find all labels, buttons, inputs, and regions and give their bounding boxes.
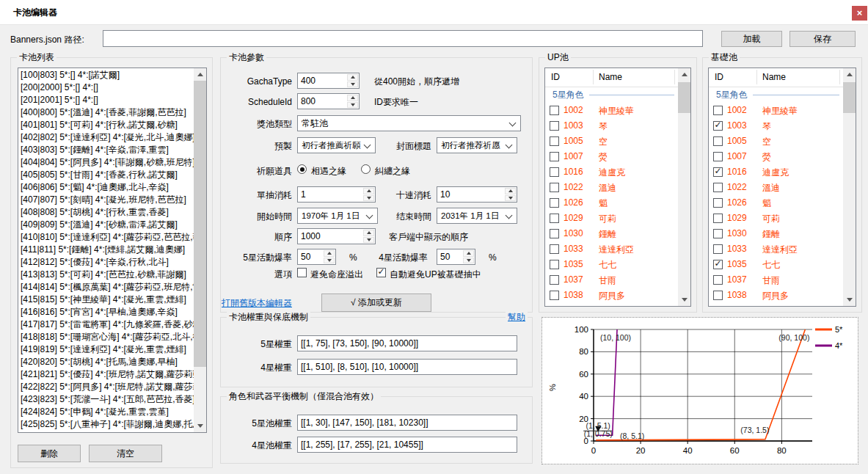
row-checkbox[interactable] xyxy=(550,152,559,161)
table-row[interactable]: 1037甘雨 xyxy=(545,272,678,288)
row-checkbox[interactable] xyxy=(713,121,723,131)
star5-rate-input[interactable]: 50 xyxy=(297,249,336,265)
list-item[interactable]: [409|809] 5*:[溫迪] 4*:[砂糖,雷澤,諾艾爾] xyxy=(18,219,194,231)
list-item[interactable]: [406|806] 5*:[魈] 4*:[迪奧娜,北斗,辛焱] xyxy=(18,181,194,194)
scroll-thumb[interactable] xyxy=(194,81,206,367)
table-row[interactable]: 1022溫迪 xyxy=(545,180,678,195)
list-item[interactable]: [425|825] 5*:[八重神子] 4*:[菲謝爾,迪奧娜,托馬] xyxy=(18,418,194,431)
pool-listbox[interactable]: [100|803] 5*:[] 4*:[諾艾爾][200|2000] 5*:[]… xyxy=(18,68,207,433)
row-checkbox[interactable] xyxy=(713,291,723,300)
list-item[interactable]: [403|803] 5*:[鍾離] 4*:[辛焱,雷澤,重雲] xyxy=(18,144,194,156)
add-update-button[interactable]: √ 添加或更新 xyxy=(321,293,431,312)
scroll-thumb[interactable] xyxy=(678,82,690,113)
spinner-icon[interactable] xyxy=(324,250,335,263)
list-item[interactable]: [420|820] 5*:[胡桃] 4*:[托馬,迪奧娜,早柚] xyxy=(18,356,194,368)
list-item[interactable]: [410|810] 5*:[達達利亞] 4*:[蘿莎莉亞,芭芭拉,菲謝爾] xyxy=(18,231,194,244)
star4-rate-input[interactable]: 50 xyxy=(437,249,475,265)
start-time-picker[interactable]: 1970年 1月 1日 xyxy=(297,208,378,224)
spinner-icon[interactable] xyxy=(347,95,358,108)
option-checkbox-1[interactable] xyxy=(376,268,386,277)
list-item[interactable]: [408|808] 5*:[胡桃] 4*:[行秋,重雲,香菱] xyxy=(18,206,194,219)
pool-type-select[interactable]: 常駐池 xyxy=(297,115,521,131)
list-item[interactable]: [405|805] 5*:[甘雨] 4*:[香菱,行秋,諾艾爾] xyxy=(18,169,194,181)
row-checkbox[interactable] xyxy=(550,229,559,238)
scroll-thumb[interactable] xyxy=(843,82,856,113)
schedule-id-input[interactable]: 800 xyxy=(297,93,360,109)
spinner-icon[interactable] xyxy=(505,188,516,201)
row-checkbox[interactable] xyxy=(713,183,723,192)
save-button[interactable]: 保存 xyxy=(789,31,856,47)
list-item[interactable]: [423|823] 5*:[荒瀧一斗] 4*:[五郎,芭芭拉,香菱] xyxy=(18,393,194,406)
close-icon[interactable]: × xyxy=(852,6,867,21)
list-item[interactable]: [419|819] 5*:[達達利亞] 4*:[凝光,重雲,煙緋] xyxy=(18,343,194,356)
option-checkbox-0[interactable] xyxy=(297,268,307,277)
star4-pool-weight-input[interactable] xyxy=(297,437,517,453)
path-input[interactable] xyxy=(103,30,703,47)
row-checkbox[interactable] xyxy=(550,244,559,254)
ten-cost-input[interactable]: 10 xyxy=(437,186,517,203)
table-row[interactable]: 1035七七 xyxy=(545,257,678,272)
list-item[interactable]: [418|818] 5*:[珊瑚宮心海] 4*:[蘿莎莉亞,北斗,行秋] xyxy=(18,331,194,343)
base-pool-table[interactable]: ID Name 5星角色 1002神里綾華1003琴1005空1007熒1016… xyxy=(708,68,856,307)
row-checkbox[interactable] xyxy=(713,214,723,223)
delete-button[interactable]: 删除 xyxy=(18,445,81,462)
table-row[interactable]: 1029可莉 xyxy=(709,211,843,226)
table-row[interactable]: 1003琴 xyxy=(545,118,678,134)
table-row[interactable]: 1033達達利亞 xyxy=(709,241,843,257)
row-checkbox[interactable] xyxy=(713,244,723,254)
row-checkbox[interactable] xyxy=(713,260,723,269)
row-checkbox[interactable] xyxy=(550,106,559,115)
pool-list-scrollbar[interactable] xyxy=(194,68,206,432)
preset-select[interactable]: 初行者推薦祈願 xyxy=(297,137,376,153)
wish-item-radio-1[interactable] xyxy=(361,164,371,174)
table-row[interactable]: 1007熒 xyxy=(709,149,843,164)
table-row[interactable]: 1029可莉 xyxy=(545,211,678,226)
scroll-up-icon[interactable] xyxy=(678,68,690,81)
list-item[interactable]: [402|802] 5*:[達達利亞] 4*:[凝光,北斗,迪奧娜] xyxy=(18,131,194,144)
scroll-down-icon[interactable] xyxy=(843,293,856,306)
list-item[interactable]: [407|807] 5*:[刻晴] 4*:[凝光,班尼特,芭芭拉] xyxy=(18,194,194,206)
table-row[interactable]: 1038阿貝多 xyxy=(545,288,678,303)
table-row[interactable]: 1035七七 xyxy=(709,257,843,272)
gacha-type-input[interactable]: 400 xyxy=(297,73,360,89)
row-checkbox[interactable] xyxy=(550,275,559,285)
row-checkbox[interactable] xyxy=(550,260,559,269)
list-item[interactable]: [411|811] 5*:[鍾離] 4*:[煙緋,諾艾爾,迪奧娜] xyxy=(18,244,194,256)
row-checkbox[interactable] xyxy=(713,106,723,115)
open-old-editor-link[interactable]: 打開舊版本編輯器 xyxy=(222,297,292,309)
row-checkbox[interactable] xyxy=(550,198,559,208)
end-time-picker[interactable]: 2031年 1月 1日 xyxy=(437,208,517,224)
row-checkbox[interactable] xyxy=(550,291,559,300)
table-row[interactable]: 1002神里綾華 xyxy=(545,103,678,118)
scroll-down-icon[interactable] xyxy=(194,420,206,432)
row-checkbox[interactable] xyxy=(550,136,559,146)
list-item[interactable]: [417|817] 5*:[雷電將軍] 4*:[九條裟羅,香菱,砂糖] xyxy=(18,318,194,331)
row-checkbox[interactable] xyxy=(550,183,559,192)
order-input[interactable]: 1000 xyxy=(297,228,376,244)
row-checkbox[interactable] xyxy=(550,214,559,223)
list-item[interactable]: [421|821] 5*:[優菈] 4*:[班尼特,諾艾爾,蘿莎莉亞] xyxy=(18,368,194,381)
table-row[interactable]: 1016迪盧克 xyxy=(709,164,843,180)
list-item[interactable]: [413|813] 5*:[可莉] 4*:[芭芭拉,砂糖,菲謝爾] xyxy=(18,269,194,281)
star5-weight-input[interactable] xyxy=(297,335,517,351)
list-item[interactable]: [200|2000] 5*:[] 4*:[] xyxy=(18,81,194,94)
load-button[interactable]: 加載 xyxy=(721,31,782,47)
table-row[interactable]: 1005空 xyxy=(709,134,843,149)
table-row[interactable]: 1005空 xyxy=(545,134,678,149)
list-item[interactable]: [401|801] 5*:[可莉] 4*:[行秋,諾艾爾,砂糖] xyxy=(18,119,194,131)
table-row[interactable]: 1002神里綾華 xyxy=(709,103,843,118)
wish-item-radio-0[interactable] xyxy=(297,164,307,174)
star5-pool-weight-input[interactable] xyxy=(297,415,517,431)
up-pool-scrollbar[interactable] xyxy=(678,68,690,306)
up-pool-table[interactable]: ID Name 5星角色 1002神里綾華1003琴1005空1007熒1016… xyxy=(544,68,691,307)
row-checkbox[interactable] xyxy=(550,167,559,177)
table-row[interactable]: 1026魈 xyxy=(545,195,678,211)
row-checkbox[interactable] xyxy=(713,152,723,161)
scroll-down-icon[interactable] xyxy=(678,293,690,306)
row-checkbox[interactable] xyxy=(713,198,723,208)
scroll-up-icon[interactable] xyxy=(194,68,206,81)
spinner-icon[interactable] xyxy=(463,250,474,263)
row-checkbox[interactable] xyxy=(713,275,723,285)
row-checkbox[interactable] xyxy=(713,136,723,146)
list-item[interactable]: [412|812] 5*:[優菈] 4*:[辛焱,行秋,北斗] xyxy=(18,256,194,269)
